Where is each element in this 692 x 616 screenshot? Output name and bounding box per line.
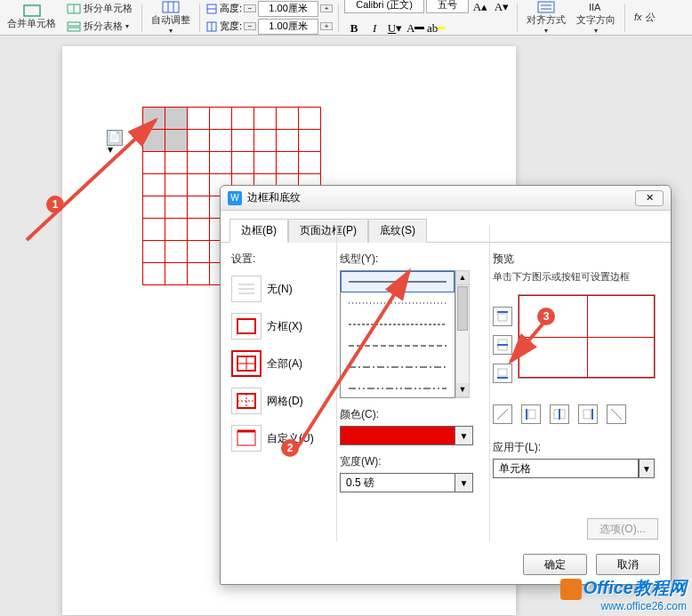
close-icon[interactable]: ✕ (635, 190, 664, 206)
fx-button[interactable]: fx 公 (631, 9, 658, 26)
row-height-control[interactable]: 高度: − + (205, 1, 333, 17)
svg-text:IIA: IIA (589, 2, 601, 12)
svg-rect-3 (68, 22, 80, 26)
svg-rect-0 (24, 5, 40, 16)
width-label: 宽度: (220, 20, 242, 33)
text-direction-label: 文字方向 (576, 13, 616, 27)
scroll-down-icon[interactable]: ▼ (456, 383, 469, 397)
scroll-thumb[interactable] (457, 286, 468, 331)
split-cells-button[interactable]: 拆分单元格 (63, 0, 136, 17)
font-name-combo[interactable] (344, 0, 424, 13)
alignment-label: 对齐方式 (527, 13, 566, 27)
color-dropdown-icon[interactable]: ▼ (455, 426, 473, 445)
edge-vcenter-button[interactable] (550, 404, 569, 424)
setting-all-icon (231, 350, 262, 377)
fx-label: fx 公 (634, 11, 655, 24)
annotation-badge-2: 2 (281, 439, 299, 457)
tab-border[interactable]: 边框(B) (229, 219, 288, 243)
width-dec[interactable]: − (244, 22, 256, 30)
width-input[interactable] (258, 19, 318, 35)
annotation-arrow-1 (18, 107, 178, 249)
svg-rect-5 (163, 2, 179, 12)
apply-to-label: 应用于(L): (493, 440, 660, 455)
shrink-font-button[interactable]: A▾ (492, 0, 511, 17)
bold-button[interactable]: B (344, 19, 364, 38)
watermark: Office教程网 www.office26.com (560, 576, 687, 612)
width-dropdown-icon[interactable]: ▼ (455, 473, 473, 492)
edge-right-button[interactable] (578, 404, 598, 424)
svg-line-43 (497, 409, 508, 420)
svg-line-50 (611, 409, 622, 420)
preview-hint: 单击下方图示或按钮可设置边框 (493, 270, 660, 284)
alignment-button[interactable]: 对齐方式▾ (523, 0, 569, 36)
width-inc[interactable]: + (320, 22, 333, 30)
svg-line-17 (294, 271, 409, 453)
dialog-title: 边框和底纹 (247, 190, 301, 205)
annotation-badge-3: 3 (537, 308, 555, 325)
font-size-combo[interactable] (426, 0, 469, 13)
underline-button[interactable]: U▾ (385, 19, 405, 38)
tab-page-border[interactable]: 页面边框(P) (288, 219, 368, 243)
svg-rect-12 (538, 2, 554, 12)
watermark-icon (560, 579, 582, 600)
options-button[interactable]: 选项(O)... (587, 518, 658, 540)
italic-button[interactable]: I (365, 19, 384, 38)
annotation-badge-1: 1 (46, 196, 64, 213)
watermark-brand: Office教程网 (583, 578, 687, 597)
tab-shading[interactable]: 底纹(S) (368, 219, 427, 243)
height-dec[interactable]: − (244, 4, 256, 12)
apply-to-value: 单元格 (494, 461, 638, 476)
merge-cells-label: 合并单元格 (7, 17, 56, 30)
height-label: 高度: (220, 2, 242, 15)
line-style-scrollbar[interactable]: ▲ ▼ (455, 270, 470, 398)
ribbon: 合并单元格 拆分单元格 拆分表格▾ 自动调整▾ 高度: − + 宽度: − + (0, 0, 692, 36)
svg-rect-4 (68, 28, 80, 31)
cancel-button[interactable]: 取消 (596, 554, 660, 575)
highlight-button[interactable]: ab (426, 19, 446, 38)
ok-button[interactable]: 确定 (523, 554, 587, 575)
app-icon: W (228, 191, 242, 205)
height-inc[interactable]: + (320, 4, 333, 12)
auto-fit-button[interactable]: 自动调整▾ (148, 0, 194, 36)
dialog-titlebar[interactable]: W 边框和底纹 ✕ (221, 186, 671, 211)
merge-cells-button[interactable]: 合并单元格 (4, 3, 60, 32)
svg-rect-45 (528, 410, 535, 419)
split-table-button[interactable]: 拆分表格▾ (63, 18, 136, 35)
annotation-arrow-2 (285, 258, 427, 462)
dialog-tabs: 边框(B) 页面边框(P) 底纹(S) (221, 211, 671, 243)
grow-font-button[interactable]: A▴ (471, 0, 490, 17)
setting-grid-icon (231, 388, 262, 414)
width-value: 0.5 磅 (340, 473, 455, 492)
svg-line-16 (27, 120, 156, 240)
edge-diag2-button[interactable] (607, 404, 626, 424)
setting-custom-icon (231, 425, 262, 452)
height-input[interactable] (258, 1, 318, 17)
scroll-up-icon[interactable]: ▲ (456, 271, 469, 285)
edge-diag1-button[interactable] (493, 404, 512, 424)
svg-rect-22 (237, 319, 255, 333)
dialog-footer: 确定 取消 (523, 554, 660, 575)
setting-box-icon (231, 313, 262, 340)
split-cells-label: 拆分单元格 (84, 2, 133, 15)
edge-left-button[interactable] (521, 404, 541, 424)
watermark-url: www.office26.com (560, 600, 687, 612)
setting-none-icon (231, 276, 262, 302)
apply-to-dropdown-icon[interactable]: ▼ (639, 459, 655, 478)
auto-fit-label: 自动调整 (151, 13, 190, 27)
svg-rect-29 (237, 431, 255, 445)
svg-line-18 (511, 320, 546, 362)
preview-label: 预览 (493, 252, 660, 267)
text-direction-button[interactable]: IIA 文字方向▾ (573, 0, 619, 36)
apply-to-combo[interactable]: 单元格 ▼ (493, 459, 655, 478)
svg-rect-48 (583, 410, 591, 419)
font-color-button[interactable]: A (406, 19, 425, 38)
col-width-control[interactable]: 宽度: − + (205, 19, 333, 35)
split-table-label: 拆分表格 (84, 20, 123, 33)
width-combo[interactable]: 0.5 磅 ▼ (340, 473, 482, 492)
